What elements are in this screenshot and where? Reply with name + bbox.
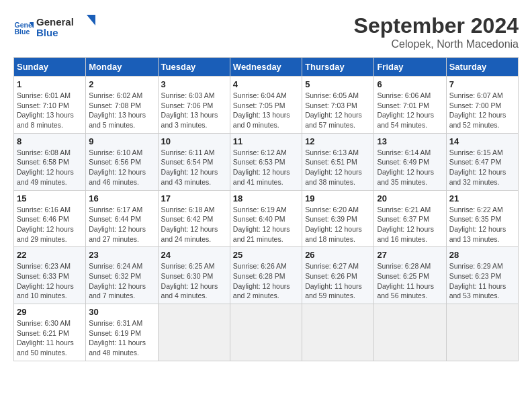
day-number: 24 bbox=[161, 250, 227, 260]
calendar-cell: 16Sunrise: 6:17 AMSunset: 6:44 PMDayligh… bbox=[86, 190, 158, 247]
logo-text: General Blue bbox=[36, 13, 97, 44]
day-number: 4 bbox=[233, 79, 299, 89]
header-thursday: Thursday bbox=[302, 58, 374, 77]
day-number: 22 bbox=[17, 250, 83, 260]
day-number: 19 bbox=[305, 193, 371, 203]
day-number: 29 bbox=[17, 307, 83, 317]
header-wednesday: Wednesday bbox=[230, 58, 302, 77]
calendar-table: SundayMondayTuesdayWednesdayThursdayFrid… bbox=[13, 57, 519, 361]
calendar-header-row: SundayMondayTuesdayWednesdayThursdayFrid… bbox=[14, 58, 519, 77]
day-info: Sunrise: 6:26 AMSunset: 6:28 PMDaylight:… bbox=[233, 261, 299, 301]
day-info: Sunrise: 6:22 AMSunset: 6:35 PMDaylight:… bbox=[449, 205, 515, 244]
day-info: Sunrise: 6:24 AMSunset: 6:32 PMDaylight:… bbox=[89, 261, 154, 301]
header-saturday: Saturday bbox=[446, 58, 518, 77]
day-number: 12 bbox=[305, 136, 371, 146]
calendar-week-1: 1Sunrise: 6:01 AMSunset: 7:10 PMDaylight… bbox=[14, 77, 519, 134]
day-info: Sunrise: 6:14 AMSunset: 6:49 PMDaylight:… bbox=[377, 148, 443, 187]
svg-text:Blue: Blue bbox=[36, 27, 58, 38]
calendar-cell: 25Sunrise: 6:26 AMSunset: 6:28 PMDayligh… bbox=[230, 247, 302, 304]
calendar-cell: 18Sunrise: 6:19 AMSunset: 6:40 PMDayligh… bbox=[230, 190, 302, 247]
day-number: 6 bbox=[377, 79, 443, 89]
calendar-cell: 26Sunrise: 6:27 AMSunset: 6:26 PMDayligh… bbox=[302, 247, 374, 304]
calendar-cell: 8Sunrise: 6:08 AMSunset: 6:58 PMDaylight… bbox=[14, 133, 86, 190]
day-number: 28 bbox=[449, 250, 515, 260]
header-monday: Monday bbox=[86, 58, 158, 77]
calendar-cell: 14Sunrise: 6:15 AMSunset: 6:47 PMDayligh… bbox=[446, 133, 518, 190]
calendar-cell: 12Sunrise: 6:13 AMSunset: 6:51 PMDayligh… bbox=[302, 133, 374, 190]
day-info: Sunrise: 6:27 AMSunset: 6:26 PMDaylight:… bbox=[305, 261, 371, 301]
day-info: Sunrise: 6:21 AMSunset: 6:37 PMDaylight:… bbox=[377, 205, 443, 244]
day-info: Sunrise: 6:13 AMSunset: 6:51 PMDaylight:… bbox=[305, 148, 371, 187]
calendar-cell: 29Sunrise: 6:30 AMSunset: 6:21 PMDayligh… bbox=[14, 304, 86, 361]
calendar-cell: 1Sunrise: 6:01 AMSunset: 7:10 PMDaylight… bbox=[14, 77, 86, 134]
calendar-cell bbox=[230, 304, 302, 361]
day-info: Sunrise: 6:10 AMSunset: 6:56 PMDaylight:… bbox=[89, 148, 154, 187]
day-info: Sunrise: 6:08 AMSunset: 6:58 PMDaylight:… bbox=[17, 148, 83, 187]
day-info: Sunrise: 6:07 AMSunset: 7:00 PMDaylight:… bbox=[449, 91, 515, 130]
day-number: 30 bbox=[89, 307, 154, 317]
page-header: General Blue General Blue September 2024… bbox=[13, 13, 519, 50]
day-info: Sunrise: 6:01 AMSunset: 7:10 PMDaylight:… bbox=[17, 91, 83, 130]
month-title: September 2024 bbox=[354, 13, 519, 38]
day-info: Sunrise: 6:20 AMSunset: 6:39 PMDaylight:… bbox=[305, 205, 371, 244]
day-number: 25 bbox=[233, 250, 299, 260]
day-info: Sunrise: 6:06 AMSunset: 7:01 PMDaylight:… bbox=[377, 91, 443, 130]
calendar-cell: 21Sunrise: 6:22 AMSunset: 6:35 PMDayligh… bbox=[446, 190, 518, 247]
header-friday: Friday bbox=[374, 58, 446, 77]
day-number: 2 bbox=[89, 79, 154, 89]
day-number: 5 bbox=[305, 79, 371, 89]
calendar-cell bbox=[446, 304, 518, 361]
day-number: 18 bbox=[233, 193, 299, 203]
day-info: Sunrise: 6:11 AMSunset: 6:54 PMDaylight:… bbox=[161, 148, 227, 187]
day-number: 26 bbox=[305, 250, 371, 260]
day-number: 23 bbox=[89, 250, 154, 260]
location-subtitle: Celopek, North Macedonia bbox=[354, 38, 519, 50]
calendar-cell: 30Sunrise: 6:31 AMSunset: 6:19 PMDayligh… bbox=[86, 304, 158, 361]
calendar-cell: 7Sunrise: 6:07 AMSunset: 7:00 PMDaylight… bbox=[446, 77, 518, 134]
calendar-cell: 19Sunrise: 6:20 AMSunset: 6:39 PMDayligh… bbox=[302, 190, 374, 247]
svg-marker-5 bbox=[87, 15, 95, 26]
day-info: Sunrise: 6:15 AMSunset: 6:47 PMDaylight:… bbox=[449, 148, 515, 187]
day-number: 1 bbox=[17, 79, 83, 89]
day-info: Sunrise: 6:05 AMSunset: 7:03 PMDaylight:… bbox=[305, 91, 371, 130]
logo: General Blue General Blue bbox=[13, 13, 97, 44]
day-info: Sunrise: 6:12 AMSunset: 6:53 PMDaylight:… bbox=[233, 148, 299, 187]
day-number: 21 bbox=[449, 193, 515, 203]
calendar-cell bbox=[374, 304, 446, 361]
day-info: Sunrise: 6:23 AMSunset: 6:33 PMDaylight:… bbox=[17, 261, 83, 301]
day-number: 14 bbox=[449, 136, 515, 146]
calendar-cell: 28Sunrise: 6:29 AMSunset: 6:23 PMDayligh… bbox=[446, 247, 518, 304]
calendar-cell bbox=[302, 304, 374, 361]
calendar-week-2: 8Sunrise: 6:08 AMSunset: 6:58 PMDaylight… bbox=[14, 133, 519, 190]
day-number: 17 bbox=[161, 193, 227, 203]
calendar-cell: 2Sunrise: 6:02 AMSunset: 7:08 PMDaylight… bbox=[86, 77, 158, 134]
calendar-cell: 9Sunrise: 6:10 AMSunset: 6:56 PMDaylight… bbox=[86, 133, 158, 190]
day-number: 20 bbox=[377, 193, 443, 203]
calendar-cell: 10Sunrise: 6:11 AMSunset: 6:54 PMDayligh… bbox=[158, 133, 230, 190]
day-info: Sunrise: 6:31 AMSunset: 6:19 PMDaylight:… bbox=[89, 318, 154, 358]
calendar-cell: 17Sunrise: 6:18 AMSunset: 6:42 PMDayligh… bbox=[158, 190, 230, 247]
calendar-cell: 6Sunrise: 6:06 AMSunset: 7:01 PMDaylight… bbox=[374, 77, 446, 134]
day-number: 7 bbox=[449, 79, 515, 89]
calendar-cell: 3Sunrise: 6:03 AMSunset: 7:06 PMDaylight… bbox=[158, 77, 230, 134]
calendar-cell: 15Sunrise: 6:16 AMSunset: 6:46 PMDayligh… bbox=[14, 190, 86, 247]
day-info: Sunrise: 6:28 AMSunset: 6:25 PMDaylight:… bbox=[377, 261, 443, 301]
day-info: Sunrise: 6:18 AMSunset: 6:42 PMDaylight:… bbox=[161, 205, 227, 244]
calendar-week-3: 15Sunrise: 6:16 AMSunset: 6:46 PMDayligh… bbox=[14, 190, 519, 247]
calendar-cell: 23Sunrise: 6:24 AMSunset: 6:32 PMDayligh… bbox=[86, 247, 158, 304]
day-number: 3 bbox=[161, 79, 227, 89]
calendar-cell: 22Sunrise: 6:23 AMSunset: 6:33 PMDayligh… bbox=[14, 247, 86, 304]
calendar-cell: 13Sunrise: 6:14 AMSunset: 6:49 PMDayligh… bbox=[374, 133, 446, 190]
day-number: 15 bbox=[17, 193, 83, 203]
day-number: 27 bbox=[377, 250, 443, 260]
logo-icon: General Blue bbox=[13, 18, 34, 38]
svg-text:General: General bbox=[36, 16, 74, 28]
day-number: 9 bbox=[89, 136, 154, 146]
title-block: September 2024 Celopek, North Macedonia bbox=[354, 13, 519, 50]
day-info: Sunrise: 6:02 AMSunset: 7:08 PMDaylight:… bbox=[89, 91, 154, 130]
day-number: 8 bbox=[17, 136, 83, 146]
day-info: Sunrise: 6:25 AMSunset: 6:30 PMDaylight:… bbox=[161, 261, 227, 301]
calendar-cell: 5Sunrise: 6:05 AMSunset: 7:03 PMDaylight… bbox=[302, 77, 374, 134]
header-tuesday: Tuesday bbox=[158, 58, 230, 77]
calendar-cell: 11Sunrise: 6:12 AMSunset: 6:53 PMDayligh… bbox=[230, 133, 302, 190]
